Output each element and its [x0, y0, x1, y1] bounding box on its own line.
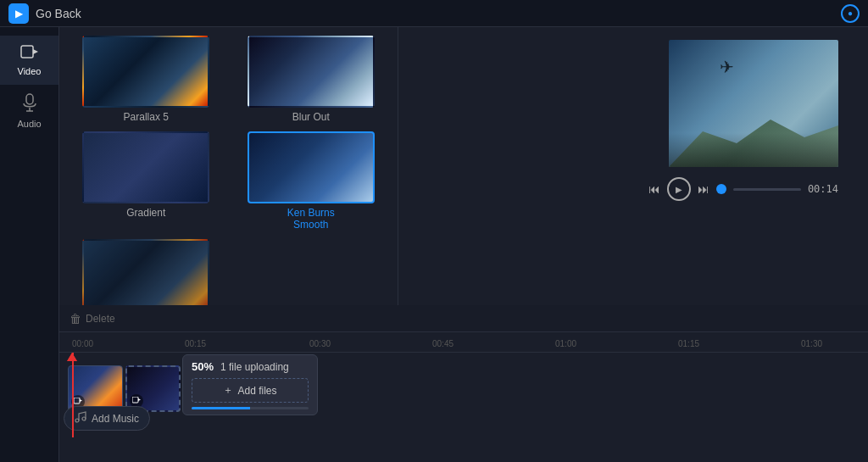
delete-bar: 🗑 Delete — [59, 305, 868, 332]
sidebar-item-audio[interactable]: Audio — [0, 85, 58, 137]
audio-icon — [22, 93, 37, 116]
svg-marker-1 — [33, 49, 38, 54]
transition-kenburns[interactable]: Ken BurnsSmooth — [233, 131, 390, 231]
main-layout: Video Audio — [0, 27, 868, 462]
upload-status: 1 file uploading — [220, 361, 289, 373]
bird-silhouette: ✈ — [720, 57, 734, 77]
transition-blurout[interactable]: Blur Out — [233, 36, 390, 123]
trash-icon: 🗑 — [70, 312, 81, 326]
transition-gradient[interactable]: Gradient — [68, 131, 225, 231]
transition-parallax5[interactable]: Parallax 5 — [68, 36, 225, 123]
svg-rect-0 — [21, 46, 33, 58]
video-preview: ✈ — [669, 40, 838, 167]
ruler-mark-0000: 00:00 — [72, 339, 93, 348]
svg-rect-5 — [74, 398, 80, 404]
sidebar-video-label: Video — [18, 66, 42, 76]
ruler-mark-0030: 00:30 — [309, 339, 331, 348]
top-right-icon[interactable]: ● — [841, 4, 860, 23]
upload-tooltip: 50% 1 file uploading ＋ Add files — [182, 354, 318, 415]
plus-icon: ＋ — [223, 383, 233, 398]
mountain-shape — [669, 108, 838, 167]
ruler-mark-0045: 00:45 — [432, 339, 453, 348]
timeline-area: 🗑 Delete 00:00 00:15 00:30 00:45 — [59, 305, 868, 462]
transition-label-blurout: Blur Out — [292, 111, 330, 123]
svg-rect-2 — [26, 94, 33, 104]
music-icon — [75, 411, 86, 426]
ruler-mark-0130: 01:30 — [801, 339, 822, 348]
svg-point-10 — [82, 417, 86, 420]
add-music-label: Add Music — [92, 413, 139, 425]
delete-button[interactable]: 🗑 Delete — [70, 312, 115, 326]
transition-label-kenburns: Ken BurnsSmooth — [287, 207, 335, 231]
app-icon: ▶ — [8, 3, 29, 24]
add-files-label: Add files — [237, 385, 276, 397]
transition-thumb-kenburns[interactable] — [248, 131, 375, 203]
upload-progress-fill — [192, 407, 250, 409]
playhead-line — [72, 353, 74, 437]
transition-thumb-blurout[interactable] — [248, 36, 375, 108]
playback-controls: ⏮ ▶ ⏭ 00:14 — [648, 177, 838, 201]
transitions-grid: Parallax 5 Blur Out Gradient Ken BurnsSm… — [68, 36, 389, 311]
upload-header: 50% 1 file uploading — [192, 360, 309, 373]
ruler-label-0015: 00:15 — [185, 339, 206, 348]
transition-label-gradient: Gradient — [126, 207, 165, 219]
svg-marker-8 — [138, 398, 141, 401]
svg-rect-7 — [132, 397, 138, 403]
upload-progress-bar — [192, 407, 309, 409]
sidebar-item-video[interactable]: Video — [0, 36, 58, 85]
skip-back-button[interactable]: ⏮ — [648, 182, 660, 196]
go-back-button[interactable]: Go Back — [36, 7, 81, 20]
add-files-button[interactable]: ＋ Add files — [192, 378, 309, 403]
transition-thumb-gradient[interactable] — [82, 131, 209, 203]
video-icon — [20, 44, 39, 64]
skip-forward-button[interactable]: ⏭ — [698, 182, 709, 196]
ruler-label-0115: 01:15 — [678, 339, 699, 348]
upload-percentage: 50% — [192, 360, 214, 373]
progress-dot[interactable] — [716, 184, 726, 194]
video-clip-1[interactable] — [68, 365, 123, 412]
timeline-ruler: 00:00 00:15 00:30 00:45 01:00 01:15 — [59, 332, 868, 353]
sidebar-audio-label: Audio — [17, 119, 41, 129]
ruler-label-0030: 00:30 — [309, 339, 331, 348]
add-music-button[interactable]: Add Music — [64, 406, 150, 431]
content-area: Parallax 5 Blur Out Gradient Ken BurnsSm… — [59, 27, 868, 462]
transition-label-parallax5: Parallax 5 — [124, 111, 169, 123]
svg-point-9 — [75, 419, 79, 422]
ruler-label-0130: 01:30 — [801, 339, 822, 348]
svg-marker-6 — [80, 399, 82, 402]
transition-thumb-parallax5[interactable] — [82, 36, 209, 108]
ruler-mark-0100: 01:00 — [555, 339, 576, 348]
timeline-tracks: 50% 1 file uploading ＋ Add files — [59, 353, 868, 437]
transition-thumb-extra[interactable] — [82, 239, 209, 311]
progress-line — [733, 188, 801, 191]
playhead-head — [67, 353, 77, 361]
video-clip-2[interactable] — [125, 365, 181, 412]
ruler-mark-0115: 01:15 — [678, 339, 699, 348]
ruler-mark-0015: 00:15 — [185, 339, 206, 348]
ruler-label-0100: 01:00 — [555, 339, 576, 348]
top-bar: ▶ Go Back ● — [0, 0, 868, 27]
delete-label: Delete — [86, 313, 115, 325]
ruler-label-0045: 00:45 — [432, 339, 453, 348]
sidebar: Video Audio — [0, 27, 59, 462]
play-button[interactable]: ▶ — [667, 177, 691, 201]
ruler-label-0000: 00:00 — [72, 339, 93, 348]
transition-extra[interactable] — [68, 239, 225, 311]
time-display: 00:14 — [808, 183, 838, 195]
